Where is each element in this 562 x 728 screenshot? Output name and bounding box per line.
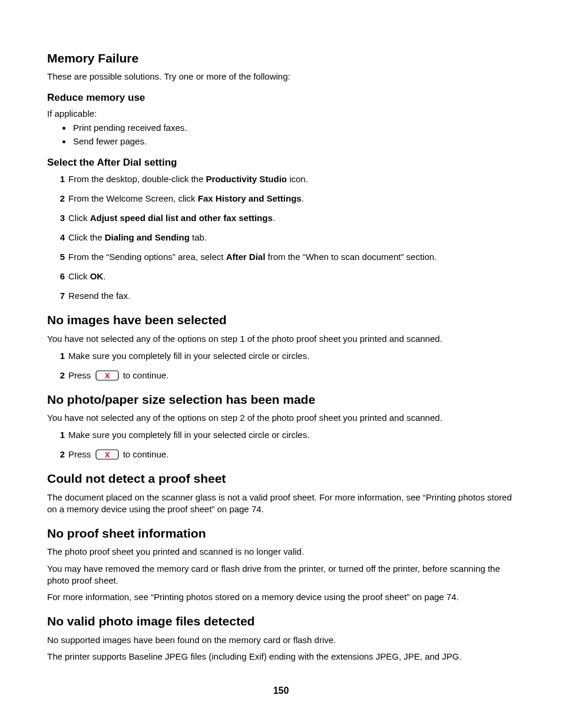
step-item: 5From the “Sending options” area, select… [57, 251, 515, 263]
step-text: From the Welcome Screen, click Fax Histo… [68, 193, 304, 203]
heading-memory-failure: Memory Failure [47, 51, 515, 66]
step-text: Click Adjust speed dial list and other f… [68, 213, 275, 223]
document-page: Memory Failure These are possible soluti… [0, 0, 562, 663]
heading-no-detect: Could not detect a proof sheet [47, 471, 515, 486]
step-text: From the desktop, double-click the Produ… [68, 174, 308, 184]
step-number: 6 [57, 270, 65, 282]
step-text: From the “Sending options” area, select … [68, 252, 437, 262]
section-no-images: No images have been selected You have no… [47, 312, 515, 381]
step-number: 2 [57, 369, 65, 381]
reduce-bullet-list: Print pending received faxes. Send fewer… [47, 121, 515, 149]
list-item: Print pending received faxes. [72, 121, 515, 134]
step-item: 3Click Adjust speed dial list and other … [57, 212, 515, 224]
heading-no-images: No images have been selected [47, 312, 515, 328]
step-text: Click the Dialing and Sending tab. [68, 232, 207, 242]
step-text: Click OK. [68, 271, 105, 281]
step-text: Make sure you completely fill in your se… [68, 351, 309, 361]
page-number: 150 [0, 686, 562, 696]
step-item: 2From the Welcome Screen, click Fax Hist… [57, 192, 515, 205]
subheading-reduce-memory: Reduce memory use [47, 91, 515, 104]
step-item: 7Resend the fax. [57, 289, 515, 302]
section-memory-failure: Memory Failure These are possible soluti… [47, 51, 515, 302]
svg-text:X: X [104, 371, 110, 380]
step-number: 3 [57, 212, 65, 224]
svg-text:X: X [104, 450, 110, 459]
step-item: 2Press X to continue. [57, 369, 515, 381]
body-text: The printer supports Baseline JPEG files… [47, 651, 515, 663]
step-text: Make sure you completely fill in your se… [68, 430, 309, 440]
step-text: Press X to continue. [68, 370, 168, 380]
step-number: 4 [57, 231, 65, 243]
section-no-detect: Could not detect a proof sheet The docum… [47, 471, 515, 515]
heading-no-size: No photo/paper size selection has been m… [47, 392, 515, 407]
body-text: You may have removed the memory card or … [47, 563, 515, 587]
step-text: Press X to continue. [68, 449, 168, 459]
section-no-size: No photo/paper size selection has been m… [47, 392, 515, 461]
cancel-x-button-icon: X [95, 370, 119, 381]
step-number: 7 [57, 289, 65, 302]
body-text: The document placed on the scanner glass… [47, 492, 515, 516]
body-text: For more information, see “Printing phot… [47, 591, 515, 603]
step-number: 5 [57, 251, 65, 263]
list-item: Send fewer pages. [72, 134, 515, 148]
subheading-after-dial: Select the After Dial setting [47, 156, 515, 169]
section-no-valid: No valid photo image files detected No s… [47, 614, 515, 663]
step-number: 1 [57, 350, 65, 362]
step-item: 1Make sure you completely fill in your s… [57, 350, 515, 362]
step-item: 2Press X to continue. [57, 448, 515, 460]
intro-text: These are possible solutions. Try one or… [47, 71, 515, 83]
step-text: Resend the fax. [68, 291, 130, 301]
cancel-x-button-icon: X [95, 449, 119, 460]
heading-no-proof-info: No proof sheet information [47, 526, 515, 541]
step-item: 6Click OK. [57, 270, 515, 282]
step-number: 2 [57, 448, 65, 460]
step-number: 1 [57, 173, 65, 185]
step-number: 1 [57, 429, 65, 441]
body-text: No supported images have been found on t… [47, 634, 515, 646]
no-images-steps: 1Make sure you completely fill in your s… [47, 350, 515, 381]
step-number: 2 [57, 192, 65, 205]
intro-text: You have not selected any of the options… [47, 412, 515, 424]
step-item: 4Click the Dialing and Sending tab. [57, 231, 515, 243]
step-item: 1Make sure you completely fill in your s… [57, 429, 515, 441]
reduce-lead: If applicable: [47, 108, 515, 120]
after-dial-steps: 1From the desktop, double-click the Prod… [47, 173, 515, 302]
section-no-proof-info: No proof sheet information The photo pro… [47, 526, 515, 603]
intro-text: You have not selected any of the options… [47, 333, 515, 345]
step-item: 1From the desktop, double-click the Prod… [57, 173, 515, 185]
no-size-steps: 1Make sure you completely fill in your s… [47, 429, 515, 460]
body-text: The photo proof sheet you printed and sc… [47, 546, 515, 558]
heading-no-valid: No valid photo image files detected [47, 614, 515, 629]
